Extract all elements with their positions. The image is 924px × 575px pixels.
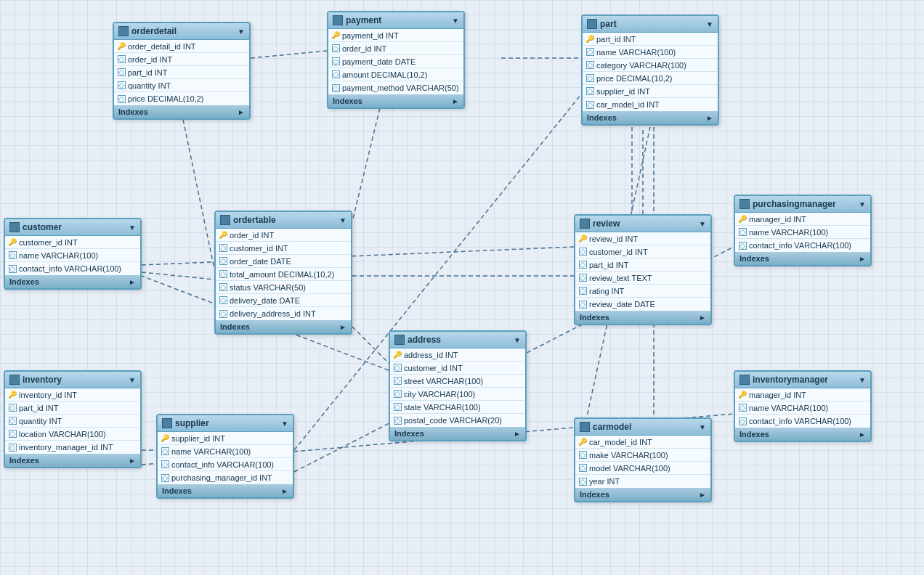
table-icon — [739, 375, 750, 385]
table-icon — [580, 422, 590, 432]
table-header-purchasingmanager[interactable]: purchasingmanager▼ — [735, 196, 870, 213]
table-field-row: ◇city VARCHAR(100) — [390, 388, 525, 401]
indexes-row[interactable]: Indexes► — [114, 105, 249, 118]
table-header-carmodel[interactable]: carmodel▼ — [575, 419, 710, 436]
table-field-row: 🔑payment_id INT — [328, 29, 463, 42]
fk-icon: ◇ — [8, 417, 17, 425]
fk-icon: ◇ — [393, 403, 402, 412]
table-orderdetail[interactable]: orderdetail▼🔑order_detail_id INT◇order_i… — [113, 22, 251, 120]
fk-icon: ◇ — [219, 296, 227, 305]
dropdown-icon: ▼ — [859, 200, 866, 208]
indexes-arrow-icon: ► — [699, 491, 706, 499]
table-field-row: ◇quantity INT — [114, 79, 249, 92]
fk-icon: ◇ — [585, 87, 594, 96]
field-text: price DECIMAL(10,2) — [128, 94, 204, 103]
pk-icon: 🔑 — [219, 231, 227, 240]
table-inventorymanager[interactable]: inventorymanager▼🔑manager_id INT◇name VA… — [734, 370, 872, 442]
table-header-review[interactable]: review▼ — [575, 216, 710, 232]
field-text: manager_id INT — [749, 215, 806, 224]
table-icon — [220, 215, 230, 225]
table-address[interactable]: address▼🔑address_id INT◇customer_id INT◇… — [389, 330, 527, 441]
indexes-label: Indexes — [9, 456, 39, 465]
table-header-inventorymanager[interactable]: inventorymanager▼ — [735, 372, 870, 388]
fk-icon: ◇ — [393, 416, 402, 425]
indexes-row[interactable]: Indexes► — [328, 94, 463, 107]
indexes-label: Indexes — [394, 429, 424, 438]
table-carmodel[interactable]: carmodel▼🔑car_model_id INT◇make VARCHAR(… — [574, 417, 712, 502]
table-field-row: ◇order_date DATE — [216, 255, 351, 268]
pk-icon: 🔑 — [117, 42, 126, 51]
fk-icon: ◇ — [161, 447, 169, 456]
table-field-row: ◇customer_id INT — [390, 362, 525, 375]
dropdown-icon: ▼ — [281, 420, 288, 428]
indexes-row[interactable]: Indexes► — [575, 488, 710, 501]
field-text: name VARCHAR(100) — [749, 404, 828, 412]
field-text: inventory_manager_id INT — [19, 443, 113, 452]
table-header-payment[interactable]: payment▼ — [328, 12, 463, 29]
field-text: review_text TEXT — [589, 274, 652, 282]
table-part[interactable]: part▼🔑part_id INT◇name VARCHAR(100)◇cate… — [581, 15, 719, 126]
table-name: part — [600, 19, 703, 29]
fk-icon: ◇ — [331, 44, 340, 53]
table-icon — [333, 15, 343, 25]
table-customer[interactable]: customer▼🔑customer_id INT◇name VARCHAR(1… — [4, 218, 142, 290]
table-header-ordertable[interactable]: ordertable▼ — [216, 212, 351, 229]
table-ordertable[interactable]: ordertable▼🔑order_id INT◇customer_id INT… — [214, 211, 352, 335]
field-text: category VARCHAR(100) — [596, 61, 686, 70]
table-supplier[interactable]: supplier▼🔑supplier_id INT◇name VARCHAR(1… — [156, 414, 294, 499]
table-header-customer[interactable]: customer▼ — [5, 219, 140, 236]
table-icon — [739, 199, 750, 209]
svg-line-7 — [352, 327, 389, 363]
table-field-row: ◇customer_id INT — [216, 242, 351, 255]
pk-icon: 🔑 — [738, 215, 747, 224]
table-header-inventory[interactable]: inventory▼ — [5, 372, 140, 388]
indexes-row[interactable]: Indexes► — [735, 252, 870, 265]
svg-line-0 — [182, 113, 214, 269]
fk-icon: ◇ — [578, 248, 587, 256]
table-inventory[interactable]: inventory▼🔑inventory_id INT◇part_id INT◇… — [4, 370, 142, 468]
table-field-row: ◇name VARCHAR(100) — [583, 46, 718, 59]
dropdown-icon: ▼ — [514, 336, 521, 344]
field-text: amount DECIMAL(10,2) — [342, 70, 427, 79]
indexes-row[interactable]: Indexes► — [583, 111, 718, 124]
indexes-row[interactable]: Indexes► — [216, 320, 351, 333]
dropdown-icon: ▼ — [699, 423, 706, 431]
table-header-address[interactable]: address▼ — [390, 332, 525, 348]
fk-icon: ◇ — [8, 264, 17, 273]
table-field-row: ◇name VARCHAR(100) — [158, 445, 293, 458]
table-review[interactable]: review▼🔑review_id INT◇customer_id INT◇pa… — [574, 214, 712, 325]
pk-icon: 🔑 — [578, 438, 587, 446]
indexes-row[interactable]: Indexes► — [575, 311, 710, 324]
indexes-arrow-icon: ► — [129, 457, 136, 465]
indexes-row[interactable]: Indexes► — [158, 484, 293, 497]
table-header-supplier[interactable]: supplier▼ — [158, 415, 293, 432]
indexes-row[interactable]: Indexes► — [5, 454, 140, 467]
field-text: review_date DATE — [589, 300, 655, 309]
indexes-row[interactable]: Indexes► — [390, 427, 525, 440]
field-text: contact_info VARCHAR(100) — [171, 460, 274, 469]
table-field-row: ◇location VARCHAR(100) — [5, 428, 140, 441]
field-text: total_amount DECIMAL(10,2) — [230, 270, 334, 279]
indexes-arrow-icon: ► — [699, 314, 706, 322]
dropdown-icon: ▼ — [859, 376, 866, 384]
table-purchasingmanager[interactable]: purchasingmanager▼🔑manager_id INT◇name V… — [734, 195, 872, 266]
table-body: 🔑supplier_id INT◇name VARCHAR(100)◇conta… — [158, 432, 293, 484]
table-header-orderdetail[interactable]: orderdetail▼ — [114, 23, 249, 40]
pk-icon: 🔑 — [161, 434, 169, 443]
table-icon — [162, 418, 172, 428]
indexes-label: Indexes — [580, 313, 609, 322]
table-header-part[interactable]: part▼ — [583, 16, 718, 33]
field-text: supplier_id INT — [171, 434, 225, 443]
fk-icon: ◇ — [331, 70, 340, 79]
table-field-row: ◇make VARCHAR(100) — [575, 449, 710, 462]
indexes-row[interactable]: Indexes► — [5, 275, 140, 288]
field-text: address_id INT — [404, 351, 458, 359]
indexes-row[interactable]: Indexes► — [735, 428, 870, 441]
field-text: contact_info VARCHAR(100) — [749, 417, 851, 425]
table-field-row: ◇quantity INT — [5, 415, 140, 428]
field-text: part_id INT — [19, 404, 58, 412]
dropdown-icon: ▼ — [699, 220, 706, 228]
fk-icon: ◇ — [578, 287, 587, 295]
field-text: review_id INT — [589, 235, 638, 243]
table-payment[interactable]: payment▼🔑payment_id INT◇order_id INT◇pay… — [327, 11, 465, 109]
